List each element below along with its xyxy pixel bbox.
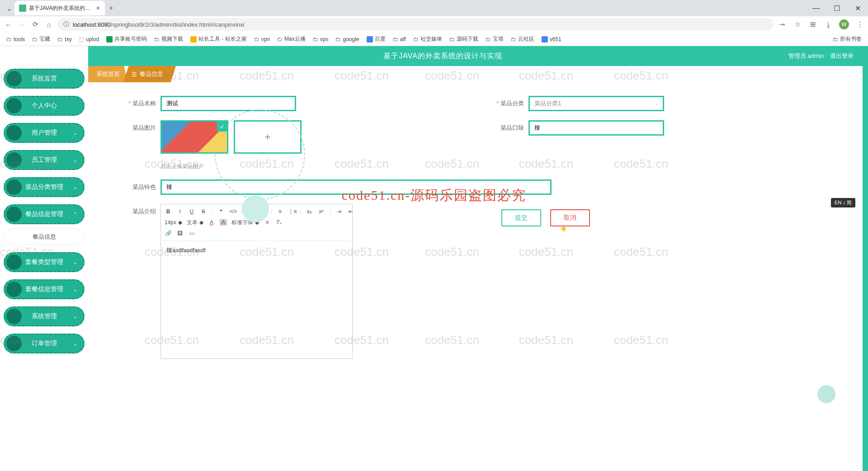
browser-tab[interactable]: 基于JAVA的外卖系统的设计与 ✕ [14, 1, 105, 15]
minimize-icon[interactable]: — [806, 4, 826, 13]
chevron-down-icon: ⌄ [654, 101, 658, 107]
sidebar: 系统首页 个人中心 用户管理⌄ 员工管理⌄ 菜品分类管理⌄ 餐品信息管理⌃ 餐品… [0, 46, 88, 471]
submit-button[interactable]: 提交 [501, 209, 541, 226]
bookmark-item[interactable]: 🗀txy [55, 35, 74, 43]
bookmark-item[interactable]: 🗀Max云播 [274, 34, 308, 44]
uploaded-image-thumb[interactable]: ✓ [160, 120, 228, 154]
folder-icon: 🗀 [57, 36, 63, 42]
bookmark-item[interactable]: 百度 [364, 34, 388, 44]
cancel-button[interactable]: 取消 [550, 209, 590, 226]
sidebar-item-combo-info[interactable]: 套餐信息管理⌄ [4, 279, 85, 299]
dish-taste-label: 菜品口味 [479, 120, 528, 132]
strike-icon[interactable]: S [200, 208, 207, 215]
bookmark-item[interactable]: 🗀云社区 [508, 34, 537, 44]
folder-icon: 🗀 [254, 36, 259, 42]
video-icon[interactable]: ▭ [188, 230, 195, 236]
bookmark-item[interactable]: 🗀社交媒体 [410, 34, 445, 44]
chevron-updown-icon: ◆ [255, 219, 259, 226]
vpn-key-icon[interactable]: ⊸ [778, 20, 787, 28]
bookmark-item[interactable]: 🗀google [333, 35, 362, 43]
italic-icon[interactable]: I [176, 208, 184, 215]
home-icon[interactable]: ⌂ [44, 21, 53, 28]
site-icon [190, 36, 197, 42]
tab-home[interactable]: 系统首页 [88, 66, 128, 82]
bookmark-item[interactable]: 🗀tools [4, 35, 28, 43]
font-color-icon[interactable]: A [208, 219, 215, 226]
font-family-select[interactable]: 标准字体 ◆ [231, 219, 259, 226]
extensions-icon[interactable]: ⊞ [808, 20, 817, 28]
back-icon[interactable]: ← [4, 21, 13, 28]
bookmark-item[interactable]: 共享账号密码 [104, 34, 150, 44]
forward-icon[interactable]: → [17, 21, 26, 28]
maximize-icon[interactable]: ☐ [826, 4, 847, 13]
doc-icon [106, 36, 113, 42]
bookmark-item[interactable]: v651 [539, 35, 564, 43]
bookmark-item[interactable]: 🗀宝藏 [29, 34, 53, 44]
dish-category-select[interactable]: 菜品分类1 ⌄ [528, 96, 664, 111]
bookmark-item[interactable]: ⬚uplod [76, 35, 102, 43]
bookmark-item[interactable]: 🗀宝塔 [483, 34, 506, 44]
sidebar-subitem-dish-info[interactable]: 餐品信息 [4, 229, 85, 245]
sidebar-item-staff[interactable]: 员工管理⌄ [4, 150, 85, 170]
logout-link[interactable]: 退出登录 [830, 52, 854, 60]
superscript-icon[interactable]: x² [318, 208, 325, 215]
tab-dish-info[interactable]: ☰餐品信息 [123, 66, 176, 82]
app-header: 基于JAVA的外卖系统的设计与实现 管理员 admin 退出登录 [88, 46, 863, 66]
outdent-icon[interactable]: ⇤ [347, 208, 354, 215]
ime-badge[interactable]: EN ♪ 简 [831, 198, 855, 207]
admin-label[interactable]: 管理员 admin [788, 52, 824, 60]
right-scrollbar[interactable] [863, 46, 868, 471]
indent-icon[interactable]: ⇥ [335, 208, 343, 215]
profile-avatar[interactable]: W [839, 19, 849, 29]
bookmark-item[interactable]: 🗀vpn [251, 35, 273, 43]
unordered-list-icon[interactable]: ⋮≡ [288, 208, 295, 215]
code-icon[interactable]: </> [229, 208, 236, 215]
sidebar-item-orders[interactable]: 订单管理⌄ [4, 334, 85, 353]
bookmark-item[interactable]: 🗀视频下载 [151, 34, 186, 44]
bookmark-item[interactable]: 🗀所有书签 [830, 34, 864, 44]
dish-intro-label: 菜品介绍 [111, 204, 160, 216]
bookmark-star-icon[interactable]: ☆ [793, 20, 802, 28]
upload-add-button[interactable]: + [234, 120, 302, 154]
folder-icon: 🗀 [6, 36, 12, 42]
text-type-select[interactable]: 文本 ◆ [187, 219, 203, 226]
sidebar-item-profile[interactable]: 个人中心 [4, 96, 85, 116]
download-icon[interactable]: ⭳ [824, 21, 833, 28]
reload-icon[interactable]: ⟳ [31, 20, 40, 28]
subscript-icon[interactable]: x₂ [306, 208, 313, 215]
bookmark-item[interactable]: 🗀aff [390, 35, 409, 43]
sidebar-item-category[interactable]: 菜品分类管理⌄ [4, 177, 85, 197]
site-info-icon[interactable]: ⓘ [63, 20, 69, 28]
align-icon[interactable]: ≡ [264, 219, 271, 226]
sidebar-item-home[interactable]: 系统首页 [4, 69, 85, 89]
h1-icon[interactable]: H₁ [247, 208, 254, 215]
bold-icon[interactable]: B [165, 208, 172, 215]
clear-format-icon[interactable]: Tₓ [275, 219, 283, 226]
address-bar[interactable]: ⓘ localhost:8080/springboot9r2r3/admin/d… [58, 18, 773, 31]
close-tab-icon[interactable]: ✕ [96, 5, 100, 11]
bg-color-icon[interactable]: A [220, 219, 227, 226]
menu-icon[interactable]: ⋮ [855, 20, 864, 28]
dish-feature-input[interactable] [160, 179, 552, 195]
h2-icon[interactable]: H₂ [259, 208, 266, 215]
dish-name-input[interactable] [160, 96, 296, 111]
tab-dropdown[interactable]: ⌄ [4, 4, 14, 13]
chevron-down-icon: ⌄ [73, 287, 77, 292]
sidebar-item-users[interactable]: 用户管理⌄ [4, 123, 85, 143]
bookmark-item[interactable]: 🗀源码下载 [447, 34, 481, 44]
sidebar-item-combo-type[interactable]: 套餐类型管理⌄ [4, 252, 85, 272]
editor-content[interactable]: 辣asdfasdfasdf [161, 241, 352, 358]
bookmark-item[interactable]: 站长工具 - 站长之家 [188, 34, 250, 44]
ordered-list-icon[interactable]: ≡ [276, 208, 283, 215]
sidebar-item-system[interactable]: 系统管理⌄ [4, 306, 85, 326]
new-tab-button[interactable]: + [105, 4, 118, 12]
bookmark-item[interactable]: 🗀vps [310, 35, 331, 43]
font-size-select[interactable]: 14px ◆ [165, 219, 182, 226]
link-icon[interactable]: 🔗 [165, 230, 172, 236]
sidebar-item-dishes[interactable]: 餐品信息管理⌃ [4, 204, 85, 224]
underline-icon[interactable]: U [188, 208, 195, 215]
image-icon[interactable]: 🖼 [176, 230, 184, 236]
close-window-icon[interactable]: ✕ [847, 4, 868, 13]
quote-icon[interactable]: ❝ [217, 208, 225, 215]
dish-taste-input[interactable] [528, 120, 664, 136]
